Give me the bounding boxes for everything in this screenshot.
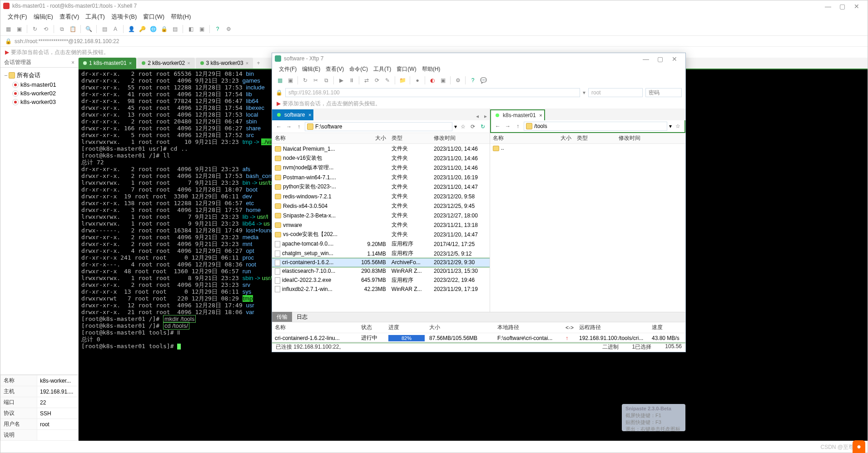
play-icon[interactable]: ▶: [337, 76, 345, 84]
menu-item[interactable]: 帮助(H): [168, 12, 193, 22]
file-row[interactable]: vs-code安装包【202...文件夹2023/11/20, 14:47: [272, 230, 490, 239]
color-icon[interactable]: ▤: [100, 25, 109, 33]
minimize-button[interactable]: —: [825, 3, 831, 9]
up-icon[interactable]: ↑: [514, 122, 522, 130]
disconnect-icon[interactable]: ⟲: [42, 25, 50, 33]
copy-icon[interactable]: ⧉: [322, 76, 330, 84]
tree-item[interactable]: k8s-worker02: [3, 89, 75, 98]
sync-icon[interactable]: ⟳: [373, 76, 381, 84]
up-icon[interactable]: ↑: [295, 123, 303, 131]
menu-item[interactable]: 文件(F): [5, 12, 30, 22]
settings-icon[interactable]: ⚙: [224, 25, 233, 33]
menu-item[interactable]: 工具(T): [83, 12, 108, 22]
refresh-icon[interactable]: ⟳: [469, 123, 477, 131]
terminal2-icon[interactable]: ▣: [439, 76, 447, 84]
file-row[interactable]: vmware文件夹2023/11/21, 13:18: [272, 220, 490, 230]
file-row[interactable]: apache-tomcat-9.0....9.20MB应用程序2017/4/12…: [272, 239, 490, 249]
globe-icon[interactable]: 🌐: [149, 25, 157, 33]
file-row[interactable]: ..: [490, 144, 685, 153]
open-icon[interactable]: ▣: [15, 25, 23, 33]
tree-item[interactable]: k8s-worker03: [3, 98, 75, 106]
file-row[interactable]: ideaIC-2022.3.2.exe645.97MB应用程序2023/2/22…: [272, 276, 490, 285]
cut-icon[interactable]: ✂: [312, 76, 320, 84]
file-row[interactable]: node-v16安装包文件夹2023/11/20, 14:46: [272, 153, 490, 163]
file-row[interactable]: cri-containerd-1.6.2...105.56MBArchiveFo…: [272, 258, 490, 267]
sftp-url-input[interactable]: [285, 88, 580, 97]
file-row[interactable]: nvm(node版本管理...文件夹2023/11/20, 14:46: [272, 163, 490, 172]
close-icon[interactable]: ×: [539, 113, 542, 118]
menu-item[interactable]: 查看(V): [57, 12, 82, 22]
log-tab[interactable]: 传输: [272, 312, 292, 322]
menu-item[interactable]: 窗口(W): [394, 64, 418, 74]
file-row[interactable]: influxdb2-2.7.1-win...42.23MBWinRAR Z...…: [272, 285, 490, 294]
help-icon[interactable]: ?: [213, 25, 222, 33]
menu-item[interactable]: 查看(V): [323, 64, 346, 74]
xftp-close-button[interactable]: ✕: [672, 55, 678, 62]
menu-item[interactable]: 编辑(E): [300, 64, 322, 74]
remote-tab[interactable]: k8s-master01×: [490, 109, 545, 120]
lock-icon[interactable]: 🔒: [160, 25, 168, 33]
sidebar-close-icon[interactable]: ×: [71, 59, 74, 66]
edit-icon[interactable]: ✎: [383, 76, 392, 84]
reconnect-icon[interactable]: ↻: [301, 76, 309, 84]
new-session-icon[interactable]: ▦: [4, 25, 12, 33]
file-row[interactable]: redis-windows-7.2.1文件夹2023/12/20, 9:58: [272, 192, 490, 201]
xftp-minimize-button[interactable]: —: [643, 55, 649, 62]
record-icon[interactable]: ●: [413, 76, 422, 84]
close-icon[interactable]: ×: [308, 112, 311, 118]
xftp-maximize-button[interactable]: ▢: [657, 55, 664, 62]
script-icon[interactable]: ▤: [171, 25, 179, 33]
file-row[interactable]: Navicat Premium_1...文件夹2023/11/20, 14:46: [272, 144, 490, 154]
log-tab[interactable]: 日志: [292, 312, 312, 322]
back-icon[interactable]: ←: [494, 122, 502, 130]
terminal-tab[interactable]: 3 k8s-worker03×: [196, 58, 253, 69]
user-icon[interactable]: 👤: [127, 25, 135, 33]
local-filelist[interactable]: 名称 大小 类型 修改时间 Navicat Premium_1...文件夹202…: [272, 133, 490, 312]
menu-item[interactable]: 编辑(E): [31, 12, 56, 22]
dropdown-icon[interactable]: ▾: [583, 89, 585, 96]
record-widget[interactable]: ●: [853, 440, 865, 453]
chat-icon[interactable]: 💬: [479, 76, 487, 84]
folder-icon[interactable]: 📁: [398, 76, 407, 84]
file-row[interactable]: chatglm_setup_win...1.14MB应用程序2023/12/5,…: [272, 249, 490, 258]
copy-icon[interactable]: ⧉: [58, 25, 66, 33]
pause-icon[interactable]: ⏸: [347, 76, 356, 84]
star-icon[interactable]: ☆: [459, 123, 467, 131]
dropdown-icon[interactable]: ▾: [669, 123, 672, 129]
local-tab[interactable]: software×: [272, 109, 313, 120]
new-icon[interactable]: ▦: [276, 76, 284, 84]
back-icon[interactable]: ←: [275, 123, 283, 131]
tree-item[interactable]: k8s-master01: [3, 80, 75, 89]
terminal-tab[interactable]: 1 k8s-master01×: [79, 58, 136, 69]
reconnect-icon[interactable]: ↻: [31, 25, 39, 33]
search-icon[interactable]: 🔍: [84, 25, 93, 33]
fwd-icon[interactable]: →: [285, 123, 293, 131]
star-icon[interactable]: ☆: [674, 122, 682, 130]
settings-icon[interactable]: ⚙: [454, 76, 462, 84]
paste-icon[interactable]: 📋: [69, 25, 77, 33]
add-tab-button[interactable]: +: [254, 58, 263, 69]
close-button[interactable]: ✕: [854, 3, 860, 9]
user-input[interactable]: [588, 88, 643, 97]
nav-right-icon[interactable]: ▸: [481, 112, 490, 120]
key-icon[interactable]: 🔑: [138, 25, 146, 33]
file-row[interactable]: Redis-x64-3.0.504文件夹2023/12/25, 9:45: [272, 201, 490, 211]
open-icon[interactable]: ▣: [286, 76, 294, 84]
tree-root[interactable]: −所有会话: [3, 70, 75, 80]
font-icon[interactable]: A: [111, 25, 119, 33]
terminal-icon[interactable]: ▣: [198, 25, 206, 33]
sync-icon[interactable]: ↻: [479, 123, 487, 131]
file-row[interactable]: python安装包-2023-...文件夹2023/11/20, 14:47: [272, 182, 490, 192]
xshell-icon[interactable]: ◐: [428, 76, 436, 84]
menu-item[interactable]: 文件(F): [277, 64, 299, 74]
file-row[interactable]: Postman-win64-7.1....文件夹2023/11/20, 16:1…: [272, 172, 490, 182]
menu-item[interactable]: 帮助(H): [420, 64, 443, 74]
maximize-button[interactable]: ▢: [839, 3, 846, 9]
transfer-icon[interactable]: ⇄: [362, 76, 371, 84]
menu-item[interactable]: 命令(C): [347, 64, 370, 74]
file-row[interactable]: elasticsearch-7.10.0...290.83MBWinRAR Z.…: [272, 267, 490, 276]
menu-item[interactable]: 窗口(W): [140, 12, 167, 22]
remote-filelist[interactable]: 名称 大小 类型 修改时间 ..: [490, 133, 685, 312]
menu-item[interactable]: 工具(T): [371, 64, 393, 74]
xftp-launch-icon[interactable]: ◧: [187, 25, 195, 33]
